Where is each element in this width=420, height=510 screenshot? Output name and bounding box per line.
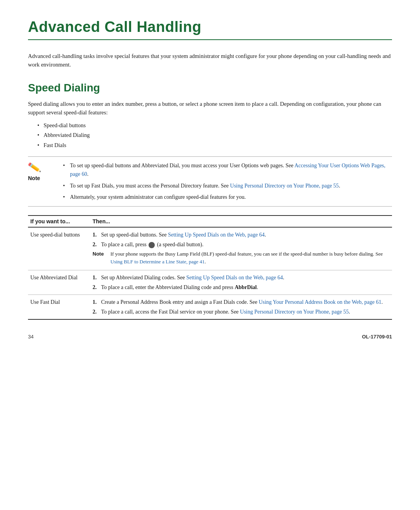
then-cell-3: 1. Create a Personal Address Book entry … xyxy=(90,295,392,320)
step-num: 1. xyxy=(93,231,101,239)
table-row: Use Abbreviated Dial 1. Set up Abbreviat… xyxy=(28,270,392,295)
table-row: Use Fast Dial 1. Create a Personal Addre… xyxy=(28,295,392,320)
inner-note-box: Note If your phone supports the Busy Lam… xyxy=(93,250,387,265)
then-cell-1: 1. Set up speed-dial buttons. See Settin… xyxy=(90,227,392,270)
note-label: Note xyxy=(28,175,40,181)
step-row-1-2: 2. To place a call, press (a speed-dial … xyxy=(93,240,387,249)
col-header-then: Then... xyxy=(90,216,392,227)
footer-doc-id: OL-17709-01 xyxy=(362,334,392,340)
step-row-3-2: 2. To place a call, access the Fast Dial… xyxy=(93,308,387,316)
note-left-col: ✏️ Note xyxy=(28,161,63,181)
list-item: Speed-dial buttons xyxy=(37,121,392,130)
list-item: Abbreviated Dialing xyxy=(37,131,392,139)
table-link-3-2[interactable]: Using Personal Directory on Your Phone, … xyxy=(240,309,349,315)
step-row-3-1: 1. Create a Personal Address Book entry … xyxy=(93,298,387,306)
inner-note-label: Note xyxy=(93,250,109,258)
page-footer: 34 OL-17709-01 xyxy=(28,334,392,340)
step-row-1-1: 1. Set up speed-dial buttons. See Settin… xyxy=(93,231,387,239)
table-link-1-1[interactable]: Setting Up Speed Dials on the Web, page … xyxy=(168,232,265,238)
table-row: Use speed-dial buttons 1. Set up speed-d… xyxy=(28,227,392,270)
step-text: Set up speed-dial buttons. See Setting U… xyxy=(101,231,387,239)
step-row-2-2: 2. To place a call, enter the Abbreviate… xyxy=(93,283,387,291)
speed-dial-button-icon xyxy=(149,242,155,248)
note-pencil-icon: ✏️ xyxy=(27,161,42,175)
note-bullet-2-text-after: . xyxy=(339,183,340,189)
note-bullet-3: Alternately, your system administrator c… xyxy=(63,193,392,202)
step-text: To place a call, press (a speed-dial but… xyxy=(101,240,387,249)
note-bullet-1-text-after: . xyxy=(87,171,89,177)
step-text: Create a Personal Address Book entry and… xyxy=(101,298,387,306)
note-content: To set up speed-dial buttons and Abbrevi… xyxy=(63,161,392,202)
list-item: Fast Dials xyxy=(37,141,392,149)
note-link-2[interactable]: Using Personal Directory on Your Phone, … xyxy=(230,183,339,189)
note-bullet-3-text: Alternately, your system administrator c… xyxy=(70,194,246,200)
section1-intro: Speed dialing allows you to enter an ind… xyxy=(28,100,392,117)
step-num: 1. xyxy=(93,298,101,306)
want-cell-2: Use Abbreviated Dial xyxy=(28,270,90,295)
step-num: 2. xyxy=(93,240,101,249)
footer-page-number: 34 xyxy=(28,334,33,340)
note-bullet-1-text-before: To set up speed-dial buttons and Abbrevi… xyxy=(70,163,294,168)
table-header-row: If you want to... Then... xyxy=(28,216,392,227)
step-num: 1. xyxy=(93,273,101,282)
speed-dial-table: If you want to... Then... Use speed-dial… xyxy=(28,215,392,320)
then-cell-2: 1. Set up Abbreviated Dialing codes. See… xyxy=(90,270,392,295)
note-box: ✏️ Note To set up speed-dial buttons and… xyxy=(28,156,392,207)
step-text: To place a call, enter the Abbreviated D… xyxy=(101,283,387,291)
want-cell-3: Use Fast Dial xyxy=(28,295,90,320)
table-link-3-1[interactable]: Using Your Personal Address Book on the … xyxy=(259,299,382,305)
note-bullet-2: To set up Fast Dials, you must access th… xyxy=(63,182,392,190)
section1-title: Speed Dialing xyxy=(28,82,392,94)
title-rule xyxy=(28,39,392,40)
intro-paragraph: Advanced call-handling tasks involve spe… xyxy=(28,52,392,69)
step-text: Set up Abbreviated Dialing codes. See Se… xyxy=(101,273,387,282)
abbr-dial-bold: AbbrDial xyxy=(234,284,257,290)
want-cell-1: Use speed-dial buttons xyxy=(28,227,90,270)
inner-note-link[interactable]: Using BLF to Determine a Line State, pag… xyxy=(110,259,205,265)
inner-note-text: If your phone supports the Busy Lamp Fie… xyxy=(110,250,387,265)
step-num: 2. xyxy=(93,308,101,316)
note-bullet-2-text-before: To set up Fast Dials, you must access th… xyxy=(70,183,230,189)
step-text: To place a call, access the Fast Dial se… xyxy=(101,308,387,316)
step-row-2-1: 1. Set up Abbreviated Dialing codes. See… xyxy=(93,273,387,282)
col-header-want: If you want to... xyxy=(28,216,90,227)
table-link-2-1[interactable]: Setting Up Speed Dials on the Web, page … xyxy=(186,275,283,280)
step-num: 2. xyxy=(93,283,101,291)
note-bullet-1: To set up speed-dial buttons and Abbrevi… xyxy=(63,161,392,178)
feature-bullet-list: Speed-dial buttons Abbreviated Dialing F… xyxy=(37,121,392,149)
page-title: Advanced Call Handling xyxy=(28,19,392,35)
note-bullet-list: To set up speed-dial buttons and Abbrevi… xyxy=(63,161,392,202)
